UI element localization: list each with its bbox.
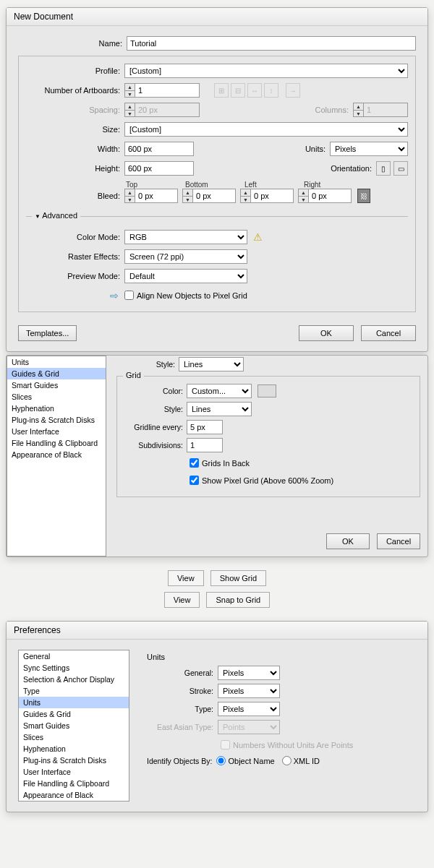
pref3-item-selection-anchor-display[interactable]: Selection & Anchor Display: [19, 674, 129, 685]
bleed-top-stepper[interactable]: ▲▼: [124, 189, 178, 203]
identify-label: Identify Objects By:: [147, 757, 212, 765]
spacing-stepper: ▲▼: [124, 103, 200, 117]
bleed-label: Bleed:: [26, 192, 124, 200]
raster-label: Raster Effects:: [26, 252, 124, 261]
pref3-item-sync-settings[interactable]: Sync Settings: [19, 662, 129, 674]
nwup-checkbox: [221, 740, 230, 749]
view-menu-2[interactable]: View: [164, 592, 200, 608]
pref2-item-smart-guides[interactable]: Smart Guides: [7, 379, 106, 391]
pref3-item-plug-ins-scratch-disks[interactable]: Plug-ins & Scratch Disks: [19, 755, 129, 766]
identify-object-name-radio[interactable]: Object Name: [216, 756, 274, 765]
hint-arrow-icon: ⇨: [110, 290, 119, 301]
pref3-item-general[interactable]: General: [19, 650, 129, 662]
show-pixel-grid-checkbox[interactable]: [190, 476, 199, 485]
preview-select[interactable]: Default: [124, 269, 247, 283]
arrange-col-icon: ↕: [264, 83, 278, 98]
bleed-link-icon[interactable]: ⛓: [357, 189, 370, 203]
pref2-item-user-interface[interactable]: User Interface: [7, 426, 106, 437]
height-label: Height:: [26, 164, 124, 173]
units-type-select[interactable]: Pixels: [218, 702, 280, 716]
pref2-item-slices[interactable]: Slices: [7, 391, 106, 403]
grid-color-label: Color:: [124, 387, 187, 395]
bleed-bottom-stepper[interactable]: ▲▼: [182, 189, 236, 203]
height-input[interactable]: [124, 161, 194, 176]
pref3-item-units[interactable]: Units: [19, 697, 129, 708]
preferences-grid-dialog: UnitsGuides & GridSmart GuidesSlicesHyph…: [6, 355, 428, 557]
columns-label: Columns:: [302, 106, 353, 114]
snap-to-grid-button[interactable]: Snap to Grid: [206, 592, 270, 608]
pref-cancel-button[interactable]: Cancel: [377, 533, 420, 549]
pref3-item-smart-guides[interactable]: Smart Guides: [19, 720, 129, 731]
guides-style-select[interactable]: Lines: [179, 357, 244, 371]
show-pixel-grid-label: Show Pixel Grid (Above 600% Zoom): [202, 476, 333, 485]
raster-select[interactable]: Screen (72 ppi): [124, 249, 247, 264]
colormode-select[interactable]: RGB: [124, 230, 247, 244]
cancel-button[interactable]: Cancel: [361, 325, 416, 341]
pref3-item-hyphenation[interactable]: Hyphenation: [19, 743, 129, 755]
identify-xml-id-radio[interactable]: XML ID: [282, 756, 320, 765]
pref3-sidebar[interactable]: GeneralSync SettingsSelection & Anchor D…: [18, 650, 129, 802]
show-grid-button[interactable]: Show Grid: [210, 570, 266, 586]
pref2-item-guides-grid[interactable]: Guides & Grid: [7, 368, 106, 379]
style-label: Style:: [116, 360, 179, 369]
gridline-input[interactable]: [187, 420, 223, 434]
orientation-landscape-icon[interactable]: ▭: [393, 161, 408, 176]
subdiv-input[interactable]: [187, 438, 223, 452]
bleed-left-label: Left: [243, 181, 302, 189]
units-east-asian-label: East Asian Type:: [147, 723, 218, 731]
pref3-item-slices[interactable]: Slices: [19, 731, 129, 743]
artboards-stepper[interactable]: ▲▼: [124, 83, 200, 98]
units-stroke-select[interactable]: Pixels: [218, 684, 280, 698]
bleed-right-stepper[interactable]: ▲▼: [298, 189, 352, 203]
width-label: Width:: [26, 145, 124, 153]
units-general-select[interactable]: Pixels: [218, 666, 280, 680]
preferences-sidebar[interactable]: UnitsGuides & GridSmart GuidesSlicesHyph…: [7, 356, 106, 557]
pref2-item-appearance-of-black[interactable]: Appearance of Black: [7, 449, 106, 460]
grid-legend: Grid: [123, 371, 144, 379]
pref3-item-appearance-of-black[interactable]: Appearance of Black: [19, 789, 129, 801]
dialog-title: New Document: [7, 8, 427, 26]
pref2-item-hyphenation[interactable]: Hyphenation: [7, 403, 106, 414]
name-input[interactable]: [127, 36, 416, 51]
pref3-item-type[interactable]: Type: [19, 685, 129, 697]
units-general-label: General:: [147, 669, 218, 677]
pref2-item-units[interactable]: Units: [7, 356, 106, 368]
bleed-left-stepper[interactable]: ▲▼: [240, 189, 294, 203]
profile-select[interactable]: [Custom]: [124, 64, 408, 78]
align-pixel-checkbox[interactable]: [124, 291, 134, 300]
pref3-item-guides-grid[interactable]: Guides & Grid: [19, 708, 129, 720]
size-label: Size:: [26, 125, 124, 134]
pref3-item-user-interface[interactable]: User Interface: [19, 766, 129, 778]
orientation-portrait-icon[interactable]: ▯: [376, 161, 391, 176]
grids-back-checkbox[interactable]: [190, 458, 199, 468]
units-select[interactable]: Pixels: [330, 142, 408, 156]
advanced-header[interactable]: Advanced: [32, 211, 80, 220]
arrange-rtl-icon: →: [286, 83, 300, 98]
width-input[interactable]: [124, 142, 194, 156]
mid-buttons-area: View Show Grid View Snap to Grid: [6, 570, 428, 608]
pref2-item-file-handling-clipboard[interactable]: File Handling & Clipboard: [7, 437, 106, 449]
pref-ok-button[interactable]: OK: [326, 533, 370, 549]
subdiv-label: Subdivisions:: [124, 441, 187, 450]
align-pixel-label: Align New Objects to Pixel Grid: [137, 291, 247, 300]
gridline-label: Gridline every:: [124, 423, 187, 431]
spacing-label: Spacing:: [26, 106, 124, 114]
orientation-label: Orientation:: [318, 164, 376, 173]
grid-style-select[interactable]: Lines: [187, 402, 252, 416]
pref3-title: Preferences: [7, 622, 427, 640]
grid-color-select[interactable]: Custom...: [187, 384, 252, 398]
grid-color-swatch[interactable]: [258, 384, 276, 398]
bleed-bottom-label: Bottom: [184, 181, 243, 189]
units-east-asian-select: Points: [218, 720, 280, 734]
pref2-item-plug-ins-scratch-disks[interactable]: Plug-ins & Scratch Disks: [7, 414, 106, 426]
grid-style-label: Style:: [124, 405, 187, 413]
templates-button[interactable]: Templates...: [18, 325, 77, 341]
size-select[interactable]: [Custom]: [124, 122, 408, 137]
arrange-grid-row-icon: ⊞: [214, 83, 229, 98]
arrange-row-icon: ↔: [247, 83, 262, 98]
view-menu-1[interactable]: View: [168, 570, 204, 586]
warning-icon: ⚠: [253, 231, 263, 243]
ok-button[interactable]: OK: [299, 325, 354, 341]
pref3-item-file-handling-clipboard[interactable]: File Handling & Clipboard: [19, 778, 129, 789]
units-heading: Units: [147, 653, 407, 661]
